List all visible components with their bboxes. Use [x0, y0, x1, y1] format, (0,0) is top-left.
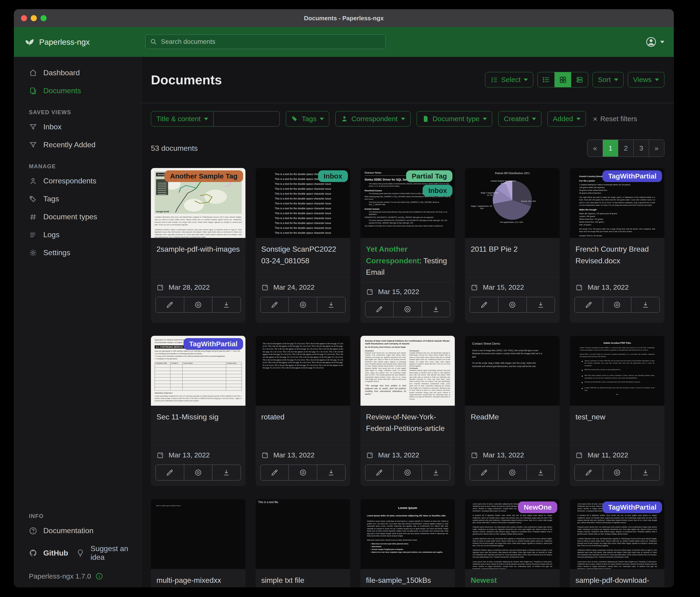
sidebar-item-github[interactable]: GitHub — [14, 544, 68, 562]
card-thumbnail-area[interactable]: Boundary Waters TripGoogle EarthCurabitu… — [151, 168, 246, 238]
tag-badge[interactable]: TagWithPartial — [602, 170, 662, 182]
sidebar-item-documents[interactable]: Documents — [14, 82, 141, 100]
edit-button[interactable] — [365, 465, 394, 480]
app-brand[interactable]: Paperless-ngx — [14, 37, 90, 47]
card-thumbnail-area[interactable]: Adobe Acrobat PDF FilesAdobe® Portable D… — [570, 336, 665, 406]
edit-button[interactable] — [156, 465, 184, 480]
search-input[interactable] — [160, 38, 381, 46]
preview-button[interactable] — [184, 297, 212, 312]
card-title[interactable]: Sonstige ScanPC2022 03-24_081058 — [256, 238, 350, 278]
card-title[interactable]: Yet Another Correspondent: Testing Email — [360, 238, 455, 282]
sort-button[interactable]: Sort — [593, 72, 623, 87]
card-thumbnail-area[interactable]: French Country BreadFor the Leaven1 heap… — [570, 168, 665, 238]
download-button[interactable] — [422, 302, 450, 317]
card-thumbnail-area[interactable]: This is the text that appears on the fir… — [256, 336, 350, 406]
view-grid-button[interactable] — [554, 72, 571, 87]
preview-button[interactable] — [289, 465, 317, 480]
preview-button[interactable] — [289, 297, 317, 312]
view-list-button[interactable] — [538, 72, 554, 87]
edit-button[interactable] — [575, 465, 603, 480]
added-filter-button[interactable]: Added — [548, 111, 586, 126]
card-thumbnail-area[interactable]: Lorem ipsum dolor sit amet, consectetur … — [465, 499, 559, 569]
created-filter-button[interactable]: Created — [498, 111, 542, 126]
preview-button[interactable] — [393, 465, 422, 480]
sidebar-item-documentation[interactable]: Documentation — [14, 522, 141, 540]
tag-badge[interactable]: TagWithPartial — [183, 338, 243, 350]
edit-button[interactable] — [470, 297, 498, 312]
edit-button[interactable] — [156, 297, 184, 312]
card-title[interactable]: test_new — [570, 406, 665, 445]
tags-filter-button[interactable]: Tags — [286, 111, 329, 126]
edit-button[interactable] — [365, 302, 394, 317]
card-thumbnail-area[interactable]: Lorem ipsum dolor sit amet, consectetur … — [570, 499, 665, 569]
close-window-button[interactable] — [21, 15, 27, 21]
download-button[interactable] — [422, 465, 450, 480]
pagination-page-2[interactable]: 2 — [618, 140, 633, 157]
sidebar-item-logs[interactable]: Logs — [14, 226, 141, 244]
card-title[interactable]: Newest Correspondent: f_combineds — [465, 569, 559, 587]
document-card[interactable]: Release NotesSimba ODBC Driver for SQL S… — [360, 168, 455, 323]
sidebar-item-document-types[interactable]: Document types — [14, 208, 141, 226]
sidebar-item-inbox[interactable]: Inbox — [14, 118, 141, 136]
card-title[interactable]: simple txt file — [256, 569, 350, 587]
card-thumbnail-area[interactable]: Release NotesSimba ODBC Driver for SQL S… — [360, 168, 455, 238]
card-thumbnail-area[interactable]: This is a test file. — [256, 499, 350, 569]
document-card[interactable]: Lorem ipsumLorem ipsum dolor sit amet, c… — [360, 499, 455, 587]
document-card[interactable]: Patient BP Distribution 2011Normal, 151,… — [465, 168, 559, 323]
sidebar-item-dashboard[interactable]: Dashboard — [14, 64, 141, 82]
card-thumbnail-area[interactable]: Lorem ipsumLorem ipsum dolor sit amet, c… — [360, 499, 455, 569]
document-card[interactable]: This is a multi page document. Page 1.mu… — [151, 499, 246, 587]
card-thumbnail-area[interactable]: Application for Medical Staff Membership… — [151, 336, 246, 406]
info-circle-icon[interactable] — [95, 572, 103, 580]
view-detail-button[interactable] — [571, 72, 588, 87]
tag-badge[interactable]: Inbox — [423, 185, 452, 196]
card-thumbnail-area[interactable]: Review of New York Federal Petitions for… — [360, 336, 455, 406]
preview-button[interactable] — [498, 465, 526, 480]
reset-filters-button[interactable]: × Reset filters — [593, 115, 637, 123]
tag-badge[interactable]: NewOne — [518, 501, 557, 513]
edit-button[interactable] — [260, 297, 289, 312]
preview-button[interactable] — [393, 302, 422, 317]
document-type-filter-button[interactable]: Document type — [417, 111, 493, 126]
title-content-filter-input[interactable] — [214, 111, 280, 126]
card-title[interactable]: multi-page-mixedxx — [151, 569, 246, 587]
card-title[interactable]: rotated — [256, 406, 350, 445]
download-button[interactable] — [526, 297, 555, 312]
card-correspondent[interactable]: Yet Another Correspondent — [366, 245, 419, 265]
card-title[interactable]: 2sample-pdf-with-images — [151, 238, 246, 278]
document-card[interactable]: This is the text that appears on the fir… — [256, 336, 350, 486]
card-correspondent[interactable]: Newest Correspondent — [471, 576, 524, 587]
tag-badge[interactable]: Inbox — [318, 170, 348, 182]
preview-button[interactable] — [603, 297, 631, 312]
preview-button[interactable] — [184, 465, 212, 480]
document-card[interactable]: French Country BreadFor the Leaven1 heap… — [570, 168, 665, 323]
card-thumbnail-area[interactable]: Patient BP Distribution 2011Normal, 151,… — [465, 168, 559, 238]
preview-button[interactable] — [603, 465, 631, 480]
document-card[interactable]: This is a test for the double space char… — [256, 168, 350, 323]
search-box[interactable] — [145, 34, 385, 49]
document-card[interactable]: Lorem ipsum dolor sit amet, consectetur … — [570, 499, 665, 587]
pagination-next[interactable]: » — [649, 140, 664, 157]
sidebar-item-correspondents[interactable]: Correspondents — [14, 172, 141, 190]
minimize-window-button[interactable] — [31, 15, 37, 21]
edit-button[interactable] — [260, 465, 289, 480]
download-button[interactable] — [212, 297, 241, 312]
download-button[interactable] — [631, 297, 659, 312]
edit-button[interactable] — [470, 465, 498, 480]
sidebar-item-settings[interactable]: Settings — [14, 244, 141, 262]
sidebar-item-suggest-idea[interactable]: Suggest an idea — [71, 540, 141, 566]
preview-button[interactable] — [498, 297, 526, 312]
views-button[interactable]: Views — [628, 72, 665, 87]
card-thumbnail-area[interactable]: This is a multi page document. Page 1. — [151, 499, 246, 569]
card-title[interactable]: Review-of-New-York-Federal-Petitions-art… — [360, 406, 455, 445]
select-button[interactable]: Select — [485, 72, 533, 87]
download-button[interactable] — [526, 465, 555, 480]
document-card[interactable]: Review of New York Federal Petitions for… — [360, 336, 455, 486]
tag-badge[interactable]: TagWithPartial — [602, 501, 662, 513]
correspondent-filter-button[interactable]: Correspondent — [335, 111, 410, 126]
card-thumbnail-area[interactable]: This is a test for the double space char… — [256, 168, 350, 238]
download-button[interactable] — [631, 465, 659, 480]
tag-badge[interactable]: Partial Tag — [406, 170, 452, 182]
edit-button[interactable] — [575, 297, 603, 312]
card-title[interactable]: 2011 BP Pie 2 — [465, 238, 559, 278]
